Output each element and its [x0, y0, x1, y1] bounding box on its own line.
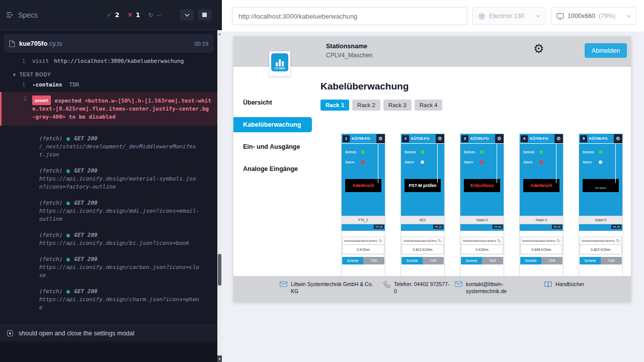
- fetch-entry[interactable]: (fetch)GET 200 /_next/static/development…: [0, 135, 217, 159]
- card-gear-icon[interactable]: ⚙: [376, 134, 385, 143]
- resistance-label: Schleifenwiderstand [kOhm]: [582, 239, 615, 242]
- card-gear-icon[interactable]: ⚙: [495, 134, 504, 143]
- alarm-status-dot: [421, 160, 424, 164]
- fetch-entry[interactable]: (fetch)GET 200 https://api.iconify.desig…: [0, 255, 217, 280]
- alarm-status-dot: [599, 160, 602, 164]
- spec-file-icon: [9, 40, 15, 47]
- spec-extension: .cy.ts: [47, 40, 62, 47]
- fetch-url: https://api.iconify.design/material-symb…: [39, 175, 199, 191]
- resistance-label: Schleifenwiderstand [kOhm]: [344, 239, 377, 242]
- line-number: 2: [2, 96, 27, 102]
- section-label: TEST BODY: [20, 72, 51, 77]
- schleife-button[interactable]: Schleife: [461, 257, 482, 264]
- refresh-icon[interactable]: ↻: [378, 239, 382, 243]
- scrollbar-track[interactable]: ▲ ▼: [217, 30, 222, 362]
- scrollbar-thumb[interactable]: [218, 254, 221, 286]
- reporter-header: Specs ✓2 ✕1 ↻--: [0, 0, 217, 30]
- failed-assert-command[interactable]: 2 assertexpected <button.w-[50%].h-[1.56…: [0, 92, 217, 126]
- status-ok-dot: [66, 234, 70, 237]
- tdr-button[interactable]: TDR: [363, 257, 384, 264]
- footer-email[interactable]: kontakt@littwin-systemtechnik.de: [455, 281, 512, 295]
- refresh-icon[interactable]: ↻: [616, 239, 620, 243]
- refresh-icon[interactable]: ↻: [556, 239, 560, 243]
- refresh-icon[interactable]: ↻: [497, 239, 501, 243]
- sidebar-item-kabelueberwachung[interactable]: Kabelüberwachung: [233, 117, 312, 132]
- resistance-value: 0 KOhm: [342, 244, 384, 254]
- logo-text: LITTWIN: [274, 67, 285, 70]
- fetch-status: GET 200: [74, 167, 97, 175]
- aut-panel: http://localhost:3000/kabelueberwachung …: [222, 0, 644, 362]
- chevron-down-icon: [626, 15, 631, 18]
- resistance-label: Schleifenwiderstand [kOhm]: [463, 239, 496, 242]
- tdr-button[interactable]: TDR: [541, 257, 562, 264]
- sidebar-item-ein-und-ausgaenge[interactable]: Ein- und Ausgänge: [233, 139, 312, 154]
- tab-rack-3[interactable]: Rack 3: [383, 100, 412, 111]
- stop-button[interactable]: [198, 9, 211, 21]
- tdr-button[interactable]: TDR: [482, 257, 503, 264]
- logo-mark: LITTWIN: [271, 53, 288, 71]
- device-model: KÜ705-FO: [409, 136, 436, 141]
- command-name: -contains: [32, 81, 62, 88]
- fetch-entry[interactable]: (fetch)GET 200 https://api.iconify.desig…: [0, 231, 217, 247]
- logout-button[interactable]: Abmelden: [585, 43, 627, 58]
- collapse-button[interactable]: [180, 9, 194, 21]
- tab-rack-4[interactable]: Rack 4: [415, 100, 443, 111]
- tab-rack-2[interactable]: Rack 2: [352, 100, 380, 111]
- fetch-entry[interactable]: (fetch)GET 200 https://api.iconify.desig…: [0, 288, 217, 312]
- schleife-button[interactable]: Schleife: [401, 257, 423, 264]
- section-chevron-icon: ▾: [13, 72, 16, 77]
- viewport-selector[interactable]: 1000x660 (79%): [551, 7, 636, 25]
- card-divider: [497, 144, 497, 183]
- assert-message: assertexpected <button.w-[50%].h-[1.563r…: [32, 98, 211, 121]
- tab-rack-1[interactable]: Rack 1: [320, 100, 349, 111]
- tdr-button[interactable]: TDR: [423, 257, 444, 264]
- resistance-label: Schleifenwiderstand [kOhm]: [522, 239, 555, 242]
- settings-gear-icon[interactable]: ⚙: [533, 42, 544, 56]
- stat-pending: ↻--: [148, 11, 161, 19]
- mail-icon: [280, 281, 287, 287]
- specs-menu[interactable]: Specs: [6, 11, 38, 19]
- scroll-up-icon[interactable]: ▲: [217, 30, 222, 37]
- next-test-row[interactable]: should open and close the settings modal: [0, 325, 217, 341]
- alarm-status-dot: [480, 160, 484, 164]
- refresh-icon[interactable]: ↻: [438, 239, 442, 243]
- card-divider: [615, 144, 616, 183]
- pending-refresh-icon: ↻: [148, 11, 153, 19]
- firmware-version: V4.19: [433, 225, 443, 229]
- schleife-button[interactable]: Schleife: [520, 257, 541, 264]
- resistance-value: 0.822 KOhm: [580, 244, 622, 254]
- browser-selector[interactable]: Electron 130: [472, 7, 546, 25]
- stop-icon: [202, 13, 207, 17]
- url-input[interactable]: http://localhost:3000/kabelueberwachung: [232, 7, 467, 25]
- book-icon: [544, 281, 552, 288]
- status-ok-dot: [66, 202, 70, 205]
- card-gear-icon[interactable]: ⚙: [614, 134, 622, 143]
- card-gear-icon[interactable]: ⚙: [554, 134, 563, 143]
- fetch-status: GET 200: [74, 231, 97, 239]
- sidebar-item-uebersicht[interactable]: Übersicht: [233, 95, 312, 110]
- card-gear-icon[interactable]: ⚙: [436, 134, 444, 143]
- status-label: Aderbruch: [345, 179, 381, 192]
- betrieb-label: Betrieb: [405, 150, 419, 154]
- fetch-entry[interactable]: (fetch)GET 200 https://api.iconify.desig…: [0, 167, 217, 191]
- scroll-down-icon[interactable]: ▼: [217, 355, 222, 362]
- fetch-entry[interactable]: (fetch)GET 200 https://api.iconify.desig…: [0, 199, 217, 223]
- footer-phone[interactable]: Telefon: 04402 972577-0: [383, 281, 450, 295]
- device-model: KÜ706-FO: [587, 136, 614, 141]
- tdr-button[interactable]: TDR: [601, 257, 622, 264]
- command-name: visit: [32, 58, 49, 64]
- device-model: KÜ705-FO: [468, 136, 495, 141]
- station-label: Stationsname: [326, 43, 367, 50]
- reporter-scrollbar[interactable]: ▲ ▼: [217, 0, 222, 362]
- test-body-section[interactable]: ▾ TEST BODY: [0, 66, 217, 80]
- betrieb-label: Betrieb: [345, 150, 360, 154]
- app-under-test: Stationsname CPLV4_Maschen ⚙ Abmelden LI…: [233, 36, 631, 302]
- spec-file-row[interactable]: kue705fo.cy.ts 00:19: [4, 34, 213, 53]
- schleife-button[interactable]: Schleife: [342, 257, 363, 264]
- sidebar-item-analoge-eingaenge[interactable]: Analoge Eingänge: [233, 161, 312, 176]
- footer-manuals-link[interactable]: Handbücher: [544, 281, 584, 288]
- command-log: 1 visithttp://localhost:3000/kabelueberw…: [0, 53, 217, 312]
- command-visit[interactable]: 1 visithttp://localhost:3000/kabelueberw…: [0, 56, 217, 66]
- command-contains[interactable]: 1 -containsTDR: [0, 80, 217, 89]
- schleife-button[interactable]: Schleife: [580, 257, 601, 264]
